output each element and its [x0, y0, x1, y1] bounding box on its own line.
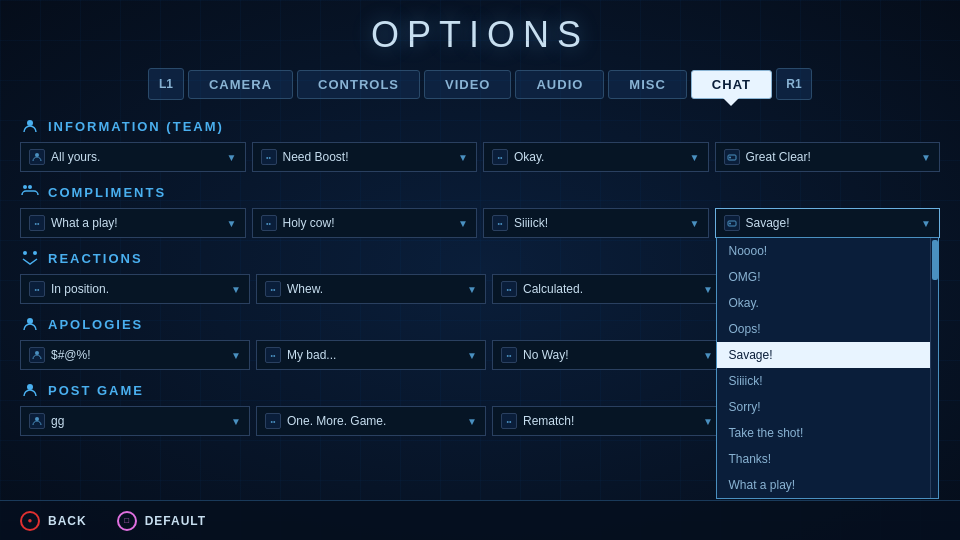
svg-point-1 — [35, 153, 39, 157]
tab-misc[interactable]: MISC — [608, 70, 687, 99]
content-area: INFORMATION (TEAM) All yours. ▼ •• Need … — [0, 108, 960, 454]
tab-bar: L1 CAMERA CONTROLS VIDEO AUDIO MISC CHAT… — [0, 64, 960, 108]
dd-comp-3[interactable]: •• Siiiick! ▼ — [483, 208, 709, 238]
menu-item-omg[interactable]: OMG! — [717, 264, 939, 290]
dropdown-menu: Noooo! OMG! Okay. Oops! Savage! Siiiick!… — [716, 237, 940, 499]
dd-comp-3-label: Siiiick! — [514, 216, 686, 230]
svg-point-0 — [27, 120, 33, 126]
menu-item-sorry[interactable]: Sorry! — [717, 394, 939, 420]
dd-post-3-label: Rematch! — [523, 414, 699, 428]
dd-info-2[interactable]: •• Need Boost! ▼ — [252, 142, 478, 172]
dd-react-2-icon: •• — [265, 281, 281, 297]
dd-react-3-icon: •• — [501, 281, 517, 297]
postgame-icon — [20, 380, 40, 400]
dd-info-1-arrow: ▼ — [227, 152, 237, 163]
back-button[interactable]: ● BACK — [20, 511, 87, 531]
dd-react-3-label: Calculated. — [523, 282, 699, 296]
dd-apol-1[interactable]: $#@%! ▼ — [20, 340, 250, 370]
dd-info-2-icon: •• — [261, 149, 277, 165]
bottom-bar: ● BACK □ DEFAULT — [0, 500, 960, 540]
information-row: All yours. ▼ •• Need Boost! ▼ •• Okay. ▼ — [20, 142, 940, 172]
dd-react-1-arrow: ▼ — [231, 284, 241, 295]
page-title: OPTIONS — [0, 0, 960, 64]
dd-comp-4-icon — [724, 215, 740, 231]
dd-comp-4[interactable]: Savage! ▼ Noooo! OMG! Okay. Oops! Savage… — [715, 208, 941, 238]
svg-point-8 — [23, 251, 27, 255]
dd-apol-3[interactable]: •• No Way! ▼ — [492, 340, 722, 370]
dd-comp-2-icon: •• — [261, 215, 277, 231]
default-button[interactable]: □ DEFAULT — [117, 511, 206, 531]
dd-comp-1-label: What a play! — [51, 216, 223, 230]
tab-nav-left[interactable]: L1 — [148, 68, 184, 100]
compliments-row: •• What a play! ▼ •• Holy cow! ▼ •• Siii… — [20, 208, 940, 238]
reactions-icon — [20, 248, 40, 268]
svg-point-3 — [729, 157, 731, 159]
dd-apol-2-label: My bad... — [287, 348, 463, 362]
dd-apol-1-icon — [29, 347, 45, 363]
dd-info-4-label: Great Clear! — [746, 150, 918, 164]
dd-react-3[interactable]: •• Calculated. ▼ — [492, 274, 722, 304]
svg-point-10 — [27, 318, 33, 324]
svg-point-5 — [28, 185, 32, 189]
menu-item-okay[interactable]: Okay. — [717, 290, 939, 316]
dd-apol-3-icon: •• — [501, 347, 517, 363]
tab-nav-right[interactable]: R1 — [776, 68, 812, 100]
dd-info-3-arrow: ▼ — [690, 152, 700, 163]
menu-item-thanks[interactable]: Thanks! — [717, 446, 939, 472]
dd-post-2[interactable]: •• One. More. Game. ▼ — [256, 406, 486, 436]
dd-react-2[interactable]: •• Whew. ▼ — [256, 274, 486, 304]
tab-chat[interactable]: CHAT — [691, 70, 772, 99]
dd-apol-2-arrow: ▼ — [467, 350, 477, 361]
dd-apol-2[interactable]: •• My bad... ▼ — [256, 340, 486, 370]
svg-point-4 — [23, 185, 27, 189]
menu-item-noooo[interactable]: Noooo! — [717, 238, 939, 264]
dd-comp-3-arrow: ▼ — [690, 218, 700, 229]
dd-info-3-label: Okay. — [514, 150, 686, 164]
menu-item-takeshot[interactable]: Take the shot! — [717, 420, 939, 446]
dd-post-1[interactable]: gg ▼ — [20, 406, 250, 436]
tab-camera[interactable]: CAMERA — [188, 70, 293, 99]
dd-apol-3-arrow: ▼ — [703, 350, 713, 361]
dd-post-3-icon: •• — [501, 413, 517, 429]
dd-info-4-arrow: ▼ — [921, 152, 931, 163]
svg-point-12 — [27, 384, 33, 390]
compliments-title: COMPLIMENTS — [48, 185, 166, 200]
svg-point-13 — [35, 417, 39, 421]
dd-comp-1[interactable]: •• What a play! ▼ — [20, 208, 246, 238]
tab-controls[interactable]: CONTROLS — [297, 70, 420, 99]
dd-post-3[interactable]: •• Rematch! ▼ — [492, 406, 722, 436]
dd-info-1[interactable]: All yours. ▼ — [20, 142, 246, 172]
dd-post-2-arrow: ▼ — [467, 416, 477, 427]
information-icon — [20, 116, 40, 136]
scrollbar-thumb — [932, 240, 938, 280]
dd-comp-2-label: Holy cow! — [283, 216, 455, 230]
dd-react-1[interactable]: •• In position. ▼ — [20, 274, 250, 304]
tab-video[interactable]: VIDEO — [424, 70, 511, 99]
dd-comp-2[interactable]: •• Holy cow! ▼ — [252, 208, 478, 238]
dd-info-4[interactable]: Great Clear! ▼ — [715, 142, 941, 172]
menu-item-oops[interactable]: Oops! — [717, 316, 939, 342]
compliments-icon — [20, 182, 40, 202]
default-circle-icon: □ — [117, 511, 137, 531]
scrollbar[interactable] — [930, 238, 938, 498]
dd-info-1-icon — [29, 149, 45, 165]
menu-item-savage[interactable]: Savage! — [717, 342, 939, 368]
dd-comp-1-icon: •• — [29, 215, 45, 231]
dd-info-3[interactable]: •• Okay. ▼ — [483, 142, 709, 172]
section-compliments: COMPLIMENTS •• What a play! ▼ •• Holy co… — [20, 182, 940, 238]
dd-react-2-label: Whew. — [287, 282, 463, 296]
svg-point-9 — [33, 251, 37, 255]
tab-audio[interactable]: AUDIO — [515, 70, 604, 99]
menu-item-whataplay[interactable]: What a play! — [717, 472, 939, 498]
default-label: DEFAULT — [145, 514, 206, 528]
dd-post-3-arrow: ▼ — [703, 416, 713, 427]
menu-item-siiiick[interactable]: Siiiick! — [717, 368, 939, 394]
dd-apol-1-label: $#@%! — [51, 348, 227, 362]
dd-info-1-label: All yours. — [51, 150, 223, 164]
dd-react-1-icon: •• — [29, 281, 45, 297]
dd-react-1-label: In position. — [51, 282, 227, 296]
dd-info-3-icon: •• — [492, 149, 508, 165]
section-information: INFORMATION (TEAM) All yours. ▼ •• Need … — [20, 116, 940, 172]
information-title: INFORMATION (TEAM) — [48, 119, 224, 134]
dd-comp-2-arrow: ▼ — [458, 218, 468, 229]
